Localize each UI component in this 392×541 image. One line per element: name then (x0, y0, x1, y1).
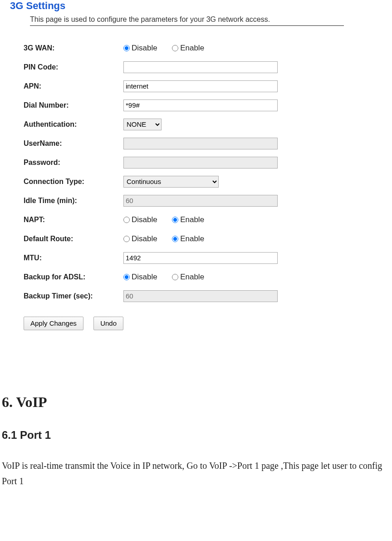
label-default-route: Default Route: (24, 229, 123, 248)
wan-disable-radio[interactable] (123, 45, 130, 51)
document-section: 6. VoIP 6.1 Port 1 VoIP is real-time tra… (0, 394, 392, 489)
panel-title: 3G Settings (10, 0, 344, 12)
label-backup-timer: Backup Timer (sec): (24, 287, 123, 306)
settings-panel: 3G Settings This page is used to configu… (8, 0, 344, 330)
label-password: Password: (24, 153, 123, 172)
napt-disable-radio[interactable] (123, 217, 130, 223)
route-disable-option[interactable]: Disable (123, 234, 157, 243)
label-mtu: MTU: (24, 248, 123, 268)
label-connection-type: Connection Type: (24, 172, 123, 191)
label-dial-number: Dial Number: (24, 96, 123, 115)
napt-enable-option[interactable]: Enable (172, 215, 204, 224)
label-username: UserName: (24, 134, 123, 153)
route-enable-radio[interactable] (172, 236, 178, 242)
section-heading: 6.1 Port 1 (2, 429, 392, 442)
username-input (123, 138, 278, 149)
napt-enable-radio[interactable] (172, 217, 178, 223)
backup-timer-input (123, 290, 278, 302)
adsl-disable-option[interactable]: Disable (123, 273, 157, 281)
adsl-enable-radio[interactable] (172, 274, 178, 280)
label-apn: APN: (24, 77, 123, 96)
button-row: Apply Changes Undo (24, 317, 344, 330)
label-3g-wan: 3G WAN: (24, 39, 123, 58)
apply-changes-button[interactable]: Apply Changes (24, 317, 83, 330)
chapter-heading: 6. VoIP (2, 394, 392, 411)
apn-input[interactable] (123, 80, 278, 92)
undo-button[interactable]: Undo (93, 317, 123, 330)
password-input (123, 157, 278, 169)
label-idle-time: Idle Time (min): (24, 191, 123, 210)
connection-type-select[interactable]: Continuous (123, 176, 219, 188)
authentication-select[interactable]: NONE (123, 119, 162, 130)
adsl-enable-option[interactable]: Enable (172, 273, 204, 281)
section-paragraph: VoIP is real-time transmit the Voice in … (2, 458, 390, 489)
mtu-input[interactable] (123, 252, 278, 264)
label-napt: NAPT: (24, 210, 123, 229)
panel-description: This page is used to configure the param… (30, 14, 344, 26)
idle-time-input (123, 195, 278, 207)
wan-disable-option[interactable]: Disable (123, 44, 157, 52)
label-pin-code: PIN Code: (24, 58, 123, 77)
settings-form: 3G WAN: Disable Enable PIN Code: APN: (24, 39, 278, 306)
label-backup-adsl: Backup for ADSL: (24, 268, 123, 287)
route-disable-radio[interactable] (123, 236, 130, 242)
dial-number-input[interactable] (123, 99, 278, 111)
wan-enable-option[interactable]: Enable (172, 44, 204, 52)
wan-enable-radio[interactable] (172, 45, 178, 51)
adsl-disable-radio[interactable] (123, 274, 130, 280)
napt-disable-option[interactable]: Disable (123, 215, 157, 224)
label-authentication: Authentication: (24, 115, 123, 134)
route-enable-option[interactable]: Enable (172, 234, 204, 243)
pin-code-input[interactable] (123, 61, 278, 73)
